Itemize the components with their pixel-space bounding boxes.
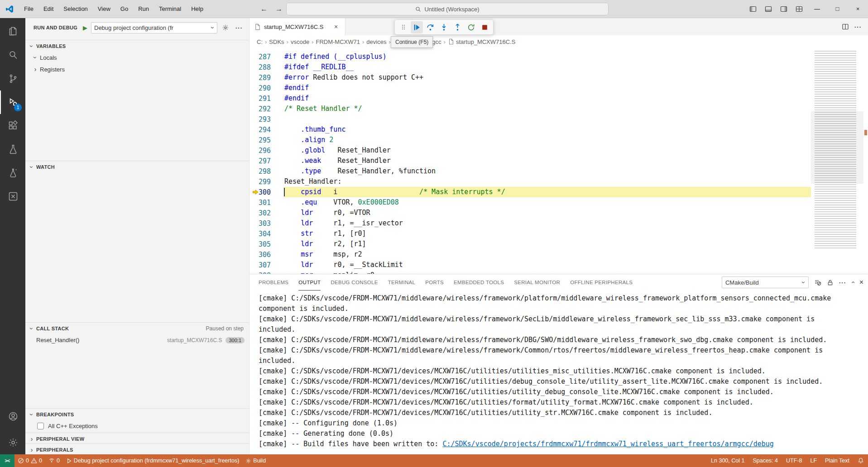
ports-status[interactable]: 0 — [45, 454, 63, 467]
restart-button[interactable] — [465, 21, 477, 33]
toggle-primary-sidebar-icon[interactable] — [745, 3, 761, 15]
lock-scroll-icon[interactable] — [827, 279, 834, 286]
output-console[interactable]: [cmake] C:/SDKs/vscode/FRDM-MCXW71/middl… — [249, 291, 868, 454]
toggle-panel-icon[interactable] — [761, 3, 776, 15]
breadcrumb-item[interactable]: vscode — [291, 38, 309, 45]
step-into-button[interactable] — [438, 21, 450, 33]
code-line[interactable]: 302 ldr r0, =VTOR — [249, 208, 811, 218]
breadcrumb-item[interactable]: startup_MCXW716C.S — [448, 38, 516, 45]
debug-settings-gear-icon[interactable] — [220, 22, 231, 33]
maximize-button[interactable]: □ — [827, 0, 848, 18]
drag-handle-icon[interactable] — [397, 21, 409, 33]
minimize-button[interactable]: — — [807, 0, 827, 18]
panel-tab-serial-monitor[interactable]: SERIAL MONITOR — [514, 274, 560, 291]
extensions-icon[interactable] — [0, 114, 25, 138]
minimap[interactable] — [811, 48, 863, 274]
variables-section-header[interactable]: › VARIABLES — [25, 40, 249, 52]
debug-config-status[interactable]: Debug project configuration (frdmmcxw71_… — [63, 454, 242, 467]
code-lines[interactable]: 287#if defined (__cplusplus)288#ifdef __… — [249, 48, 811, 274]
code-line[interactable]: 308 msr msplim, r0 — [249, 270, 811, 274]
back-button[interactable]: ← — [258, 3, 270, 15]
forward-button[interactable]: → — [273, 3, 285, 15]
lab-tools-icon[interactable] — [0, 161, 25, 185]
run-and-debug-icon[interactable]: 1 — [0, 91, 25, 114]
start-debugging-icon[interactable]: ▶ — [83, 24, 87, 31]
breadcrumb-item[interactable]: FRDM-MCXW71 — [316, 38, 360, 45]
step-out-button[interactable] — [451, 21, 464, 33]
code-line[interactable]: 307 ldr r0, =__StackLimit — [249, 260, 811, 270]
panel-tab-debug-console[interactable]: DEBUG CONSOLE — [331, 274, 378, 291]
source-control-icon[interactable] — [0, 67, 25, 91]
panel-tab-embedded-tools[interactable]: EMBEDDED TOOLS — [454, 274, 504, 291]
notifications-bell-icon[interactable] — [854, 454, 868, 467]
editor-more-actions-icon[interactable]: ··· — [854, 24, 862, 30]
command-center-search[interactable]: Untitled (Workspace) — [286, 3, 609, 15]
menu-terminal[interactable]: Terminal — [154, 3, 186, 15]
panel-more-actions-icon[interactable]: ··· — [839, 279, 846, 286]
toggle-secondary-sidebar-icon[interactable] — [776, 3, 791, 15]
explorer-icon[interactable] — [0, 20, 25, 43]
code-line[interactable]: 291#endif — [249, 93, 811, 104]
code-line[interactable]: 296 .globl Reset_Handler — [249, 145, 811, 156]
customize-layout-icon[interactable] — [791, 3, 807, 15]
remote-indicator[interactable]: >< — [0, 454, 14, 467]
panel-tab-output[interactable]: OUTPUT — [298, 274, 321, 291]
overview-ruler[interactable] — [863, 48, 868, 274]
eol-status[interactable]: LF — [806, 454, 821, 467]
code-line[interactable]: 292/* Reset Handler */ — [249, 104, 811, 114]
mcuxpresso-icon[interactable] — [0, 185, 25, 208]
code-line[interactable]: 288#ifdef __REDLIB__ — [249, 62, 811, 72]
indentation-status[interactable]: Spaces: 4 — [748, 454, 782, 467]
split-editor-icon[interactable] — [842, 23, 849, 30]
code-line[interactable]: 290#endif — [249, 83, 811, 93]
code-line[interactable]: 301 .equ VTOR, 0xE000ED08 — [249, 197, 811, 208]
close-window-button[interactable]: × — [848, 0, 868, 18]
cursor-position-status[interactable]: Ln 300, Col 1 — [707, 454, 748, 467]
watch-section-header[interactable]: › WATCH — [25, 161, 249, 172]
code-line[interactable]: 300 cpsid i /* Mask interrupts */ — [249, 187, 811, 197]
code-line[interactable]: 299Reset_Handler: — [249, 176, 811, 187]
output-channel-select[interactable]: CMake/Build › — [722, 276, 809, 288]
continue-button[interactable] — [411, 21, 423, 33]
tree-item-locals[interactable]: ›Locals — [25, 52, 249, 63]
peripherals-section-header[interactable]: › PERIPHERALS — [25, 443, 249, 454]
menu-go[interactable]: Go — [115, 3, 133, 15]
breadcrumb-item[interactable]: devices — [366, 38, 386, 45]
code-line[interactable]: 306 msr msp, r2 — [249, 249, 811, 260]
code-line[interactable]: 289#error Redlib does not support C++ — [249, 72, 811, 83]
step-over-button[interactable] — [424, 21, 436, 33]
clear-output-icon[interactable] — [814, 279, 821, 286]
code-line[interactable]: 294 .thumb_func — [249, 124, 811, 135]
code-line[interactable]: 295 .align 2 — [249, 135, 811, 145]
maximize-panel-icon[interactable]: › — [849, 281, 856, 284]
stop-button[interactable] — [479, 21, 491, 33]
menu-run[interactable]: Run — [133, 3, 154, 15]
code-line[interactable]: 297 .weak Reset_Handler — [249, 156, 811, 166]
problems-status[interactable]: 0 0 — [14, 454, 45, 467]
account-icon[interactable] — [0, 405, 25, 428]
code-line[interactable]: 304 str r1, [r0] — [249, 229, 811, 239]
search-icon[interactable] — [0, 43, 25, 67]
code-line[interactable]: 303 ldr r1, =__isr_vector — [249, 218, 811, 229]
menu-edit[interactable]: Edit — [38, 3, 58, 15]
panel-tab-ports[interactable]: PORTS — [425, 274, 444, 291]
menu-view[interactable]: View — [93, 3, 115, 15]
breadcrumb-item[interactable]: gcc — [432, 38, 441, 45]
views-more-actions-icon[interactable]: ··· — [234, 22, 245, 33]
breakpoint-row[interactable]: All C++ Exceptions — [25, 420, 249, 432]
tree-item-registers[interactable]: ›Registers — [25, 63, 249, 75]
breadcrumb-item[interactable]: C: — [257, 38, 263, 45]
menu-file[interactable]: File — [19, 3, 38, 15]
encoding-status[interactable]: UTF-8 — [782, 454, 806, 467]
code-line[interactable]: 305 ldr r2, [r1] — [249, 239, 811, 249]
debug-toolbar[interactable] — [394, 19, 494, 35]
breadcrumb-item[interactable]: SDKs — [269, 38, 284, 45]
call-stack-section-header[interactable]: › CALL STACK Paused on step — [25, 322, 249, 334]
peripheral-view-section-header[interactable]: › PERIPHERAL VIEW — [25, 433, 249, 444]
code-line[interactable]: 298 .type Reset_Handler, %function — [249, 166, 811, 176]
close-tab-icon[interactable]: × — [331, 22, 340, 31]
build-button[interactable]: Build — [242, 454, 269, 467]
tab-startup-file[interactable]: startup_MCXW716C.S × — [249, 18, 345, 35]
code-line[interactable]: 293 — [249, 114, 811, 124]
callstack-frame[interactable]: Reset_Handler() startup_MCXW716C.S 300:1 — [25, 334, 249, 346]
